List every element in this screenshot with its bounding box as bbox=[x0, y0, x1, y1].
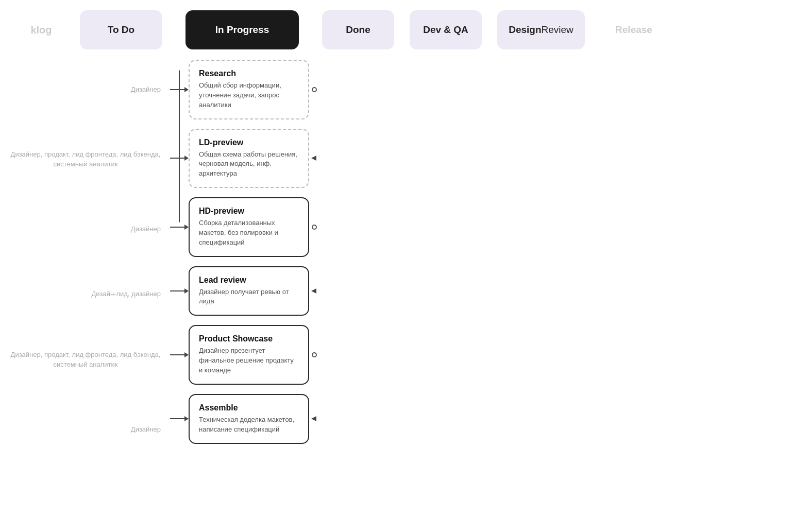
card-leadreview-title: Lead review bbox=[199, 276, 299, 285]
card-row-ldpreview: LD-preview Общая схема работы решения, ч… bbox=[170, 129, 319, 188]
svg-marker-11 bbox=[184, 156, 189, 161]
arrow-in-leadreview bbox=[170, 286, 189, 296]
arrow-in-research bbox=[170, 84, 189, 95]
role-ldpreview: Дизайнер, продакт, лид фронтеда, лид бэк… bbox=[10, 128, 170, 190]
card-hdpreview-title: HD-preview bbox=[199, 207, 299, 216]
release-col-content bbox=[598, 60, 783, 459]
card-ldpreview-title: LD-preview bbox=[199, 138, 299, 147]
designreview-label: Design Review bbox=[497, 10, 585, 49]
release-label: Release bbox=[603, 10, 665, 49]
card-hdpreview: HD-preview Сборка детализованных макетов… bbox=[189, 197, 309, 257]
designreview-normal: Review bbox=[542, 24, 573, 36]
card-research-title: Research bbox=[199, 69, 299, 78]
page: klog To Do In Progress Done Dev & QA Des… bbox=[0, 0, 793, 469]
card-productshowcase-title: Product Showcase bbox=[199, 334, 299, 344]
card-productshowcase: Product Showcase Дизайнер презентует фин… bbox=[189, 325, 309, 385]
inprogress-label: In Progress bbox=[185, 10, 299, 49]
right-columns bbox=[319, 60, 783, 459]
backlog-label: klog bbox=[18, 10, 64, 49]
col-header-inprogress: In Progress bbox=[170, 10, 314, 49]
designreview-bold: Design bbox=[509, 24, 541, 36]
card-ldpreview-desc: Общая схема работы решения, черновая мод… bbox=[199, 150, 299, 179]
card-assemble-title: Assemble bbox=[199, 403, 299, 413]
roles-column: Дизайнер Дизайнер, продакт, лид фронтеда… bbox=[10, 60, 170, 459]
card-research: Research Общий сбор информации, уточнени… bbox=[189, 60, 309, 119]
arrow-in-ldpreview bbox=[170, 153, 189, 163]
svg-marker-18 bbox=[311, 288, 316, 294]
columns-header: klog To Do In Progress Done Dev & QA Des… bbox=[10, 10, 783, 49]
card-row-assemble: Assemble Техническая доделка макетов, на… bbox=[170, 394, 319, 444]
svg-marker-17 bbox=[184, 288, 189, 294]
devqa-label: Dev & QA bbox=[410, 10, 482, 49]
col-header-designreview: Design Review bbox=[490, 10, 593, 49]
arrow-in-productshowcase bbox=[170, 350, 189, 360]
todo-label: To Do bbox=[80, 10, 162, 49]
role-leadreview-text: Дизайн-лид, дизайнер bbox=[91, 290, 161, 298]
arrow-in-hdpreview bbox=[170, 222, 189, 232]
card-assemble-desc: Техническая доделка макетов, написание с… bbox=[199, 415, 299, 435]
svg-marker-12 bbox=[311, 156, 316, 161]
cards-flow: Research Общий сбор информации, уточнени… bbox=[170, 60, 319, 459]
devqa-col-content bbox=[407, 60, 495, 459]
connector-productshowcase bbox=[309, 350, 319, 360]
svg-point-21 bbox=[312, 353, 316, 357]
connector-research bbox=[309, 84, 319, 95]
card-row-leadreview: Lead review Дизайнер получает ревью от л… bbox=[170, 266, 319, 316]
role-assemble: Дизайнер bbox=[10, 400, 170, 459]
role-productshowcase-text: Дизайнер, продакт, лид фронтеда, лид бэк… bbox=[10, 350, 161, 370]
done-col-content bbox=[319, 60, 407, 459]
role-productshowcase: Дизайнер, продакт, лид фронтеда, лид бэк… bbox=[10, 329, 170, 390]
card-productshowcase-desc: Дизайнер презентует финальное решение пр… bbox=[199, 346, 299, 375]
role-research-text: Дизайнер bbox=[131, 85, 161, 93]
done-label: Done bbox=[322, 10, 394, 49]
card-row-productshowcase: Product Showcase Дизайнер презентует фин… bbox=[170, 325, 319, 385]
connector-hdpreview bbox=[309, 222, 319, 232]
role-assemble-text: Дизайнер bbox=[131, 425, 161, 433]
card-research-desc: Общий сбор информации, уточнение задачи,… bbox=[199, 81, 299, 110]
svg-marker-20 bbox=[184, 352, 189, 357]
role-ldpreview-text: Дизайнер, продакт, лид фронтеда, лид бэк… bbox=[10, 149, 161, 169]
card-row-hdpreview: HD-preview Сборка детализованных макетов… bbox=[170, 197, 319, 257]
arrow-in-assemble bbox=[170, 414, 189, 424]
role-leadreview: Дизайн-лид, дизайнер bbox=[10, 268, 170, 319]
role-hdpreview: Дизайнер bbox=[10, 199, 170, 259]
svg-marker-24 bbox=[311, 416, 316, 421]
card-row-research: Research Общий сбор информации, уточнени… bbox=[170, 60, 319, 119]
col-header-done: Done bbox=[314, 10, 402, 49]
designreview-col-content bbox=[495, 60, 598, 459]
svg-point-15 bbox=[312, 225, 316, 229]
col-header-release: Release bbox=[593, 10, 675, 49]
svg-marker-14 bbox=[184, 225, 189, 230]
card-leadreview-desc: Дизайнер получает ревью от лида bbox=[199, 287, 299, 307]
role-hdpreview-text: Дизайнер bbox=[131, 225, 161, 233]
card-assemble: Assemble Техническая доделка макетов, на… bbox=[189, 394, 309, 444]
svg-marker-23 bbox=[184, 416, 189, 421]
content-area: Дизайнер Дизайнер, продакт, лид фронтеда… bbox=[10, 60, 783, 459]
card-ldpreview: LD-preview Общая схема работы решения, ч… bbox=[189, 129, 309, 188]
col-header-todo: To Do bbox=[72, 10, 170, 49]
card-leadreview: Lead review Дизайнер получает ревью от л… bbox=[189, 266, 309, 316]
card-hdpreview-desc: Сборка детализованных макетов, без полир… bbox=[199, 218, 299, 248]
connector-ldpreview bbox=[309, 153, 319, 163]
svg-marker-8 bbox=[184, 87, 189, 92]
connector-leadreview bbox=[309, 286, 319, 296]
col-header-devqa: Dev & QA bbox=[402, 10, 490, 49]
role-research: Дизайнер bbox=[10, 60, 170, 119]
svg-point-9 bbox=[312, 88, 316, 92]
connector-assemble bbox=[309, 414, 319, 424]
col-header-backlog: klog bbox=[10, 10, 72, 49]
